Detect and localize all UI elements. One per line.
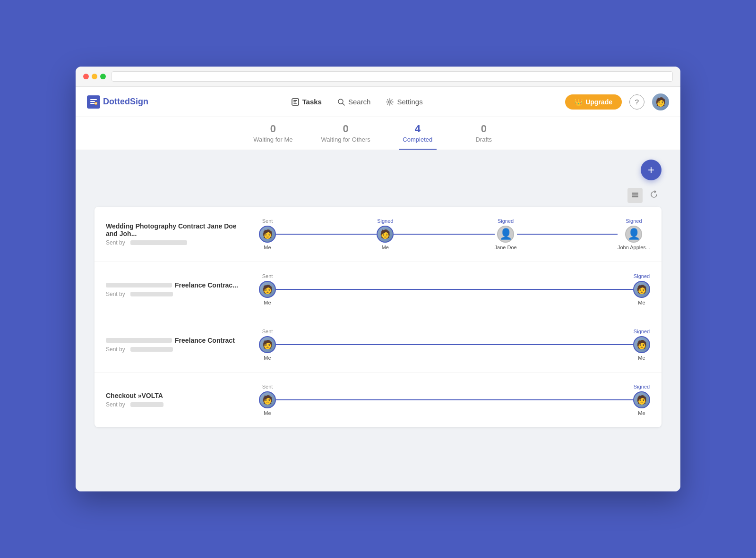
title-bar — [76, 67, 680, 87]
sig-avatar: 🧑 — [633, 391, 650, 408]
sig-step: Sent 🧑 Me — [259, 384, 276, 416]
step-status: Signed — [498, 218, 514, 224]
refresh-button[interactable] — [646, 188, 662, 203]
step-status: Sent — [262, 384, 273, 389]
step-status: Signed — [634, 273, 650, 279]
list-view-button[interactable] — [627, 188, 643, 203]
maximize-button[interactable] — [100, 74, 106, 79]
refresh-icon — [650, 190, 658, 201]
doc-title-blurred — [106, 283, 172, 287]
url-bar[interactable] — [112, 71, 673, 82]
signature-flow: Sent 🧑 Me Signed 🧑 Me — [259, 325, 650, 364]
help-button[interactable]: ? — [629, 94, 644, 110]
doc-info: Freelance Contrac... Sent by — [106, 281, 248, 297]
user-avatar[interactable]: 🧑 — [652, 93, 669, 110]
step-status: Signed — [626, 218, 642, 224]
svg-rect-1 — [90, 101, 95, 102]
sig-avatar: 🧑 — [259, 226, 276, 243]
nav-tasks[interactable]: Tasks — [291, 98, 322, 106]
nav-search-label: Search — [348, 98, 371, 106]
tabs-section: 0 Waiting for Me 0 Waiting for Others 4 … — [76, 117, 680, 150]
sig-avatar: 🧑 — [259, 391, 276, 408]
tab-waiting-for-others[interactable]: 0 Waiting for Others — [321, 123, 370, 150]
sig-name: John Apples... — [618, 245, 650, 250]
step-status: Signed — [634, 329, 650, 334]
sig-avatar: 👤 — [497, 226, 514, 243]
sig-step: Signed 🧑 Me — [633, 329, 650, 361]
signature-flow: Sent 🧑 Me Signed 🧑 Me — [259, 380, 650, 420]
signature-flow: Sent 🧑 Me Signed 🧑 Me Signed — [259, 214, 650, 254]
document-row[interactable]: Freelance Contrac... Sent by Sent 🧑 Me — [94, 262, 662, 317]
sig-avatar: 🧑 — [259, 336, 276, 353]
step-status: Signed — [634, 384, 650, 389]
sig-connector — [276, 289, 633, 290]
document-row[interactable]: Freelance Contract Sent by Sent 🧑 Me — [94, 317, 662, 372]
tab-waiting-for-me-label: Waiting for Me — [253, 136, 292, 143]
gear-icon — [386, 98, 394, 106]
doc-sent-by: Sent by — [106, 239, 248, 246]
upgrade-button[interactable]: 👑 Upgrade — [565, 94, 622, 110]
document-row[interactable]: Wedding Photography Contract Jane Doe an… — [94, 207, 662, 262]
sig-name: Me — [264, 355, 271, 361]
svg-rect-6 — [293, 101, 296, 102]
tab-waiting-for-others-label: Waiting for Others — [321, 136, 370, 143]
svg-rect-5 — [293, 100, 297, 101]
doc-title: Freelance Contrac... — [106, 281, 248, 289]
traffic-lights — [83, 74, 106, 79]
close-button[interactable] — [83, 74, 89, 79]
sig-avatar: 🧑 — [633, 281, 650, 298]
sig-avatar: 🧑 — [377, 226, 394, 243]
app-window: DottedSign Tasks Search — [76, 67, 680, 491]
sig-step: Signed 🧑 Me — [377, 218, 394, 250]
nav-settings-label: Settings — [397, 98, 422, 106]
sig-step: Signed 🧑 Me — [633, 273, 650, 305]
sig-connector — [517, 234, 618, 235]
svg-rect-13 — [632, 196, 638, 197]
sig-connector — [276, 399, 633, 400]
content-toolbar — [94, 160, 662, 203]
add-document-button[interactable]: + — [641, 160, 662, 180]
nav-tasks-label: Tasks — [302, 98, 322, 106]
doc-sender-name — [130, 347, 173, 352]
tab-drafts[interactable]: 0 Drafts — [465, 123, 503, 150]
svg-line-9 — [343, 103, 344, 105]
sig-connector — [394, 234, 494, 235]
tab-drafts-label: Drafts — [475, 136, 492, 143]
sig-name: Me — [264, 410, 271, 416]
tab-waiting-for-me[interactable]: 0 Waiting for Me — [253, 123, 292, 150]
sig-name: Me — [264, 300, 271, 305]
logo-icon — [87, 95, 100, 109]
main-content: + — [76, 150, 680, 491]
document-list: Wedding Photography Contract Jane Doe an… — [94, 207, 662, 427]
tasks-icon — [291, 98, 300, 106]
step-status: Sent — [262, 218, 273, 224]
signature-flow: Sent 🧑 Me Signed 🧑 Me — [259, 270, 650, 309]
svg-rect-12 — [632, 194, 638, 195]
step-status: Sent — [262, 329, 273, 334]
sig-name: Me — [382, 245, 389, 250]
sig-avatar: 🧑 — [633, 336, 650, 353]
sig-step: Signed 👤 Jane Doe — [495, 218, 517, 250]
nav-search[interactable]: Search — [337, 98, 371, 106]
search-icon — [337, 98, 345, 106]
minimize-button[interactable] — [92, 74, 97, 79]
nav-settings[interactable]: Settings — [386, 98, 422, 106]
doc-sent-by: Sent by — [106, 346, 248, 353]
logo: DottedSign — [87, 95, 148, 109]
sig-step: Sent 🧑 Me — [259, 218, 276, 250]
tab-drafts-count: 0 — [481, 123, 487, 135]
doc-sender-name — [130, 402, 163, 407]
doc-sender-name — [130, 240, 187, 245]
sig-connector — [276, 234, 377, 235]
list-view-icon — [631, 191, 639, 200]
doc-info: Freelance Contract Sent by — [106, 337, 248, 353]
step-status: Signed — [377, 218, 393, 224]
document-row[interactable]: Checkout »VOLTA Sent by Sent 🧑 Me Signed — [94, 372, 662, 427]
doc-title: Wedding Photography Contract Jane Doe an… — [106, 222, 248, 237]
crown-icon: 👑 — [575, 98, 583, 106]
sig-step: Signed 🧑 Me — [633, 384, 650, 416]
doc-title: Freelance Contract — [106, 337, 248, 344]
tab-completed[interactable]: 4 Completed — [399, 123, 437, 150]
doc-title-blurred — [106, 338, 172, 343]
doc-info: Wedding Photography Contract Jane Doe an… — [106, 222, 248, 246]
